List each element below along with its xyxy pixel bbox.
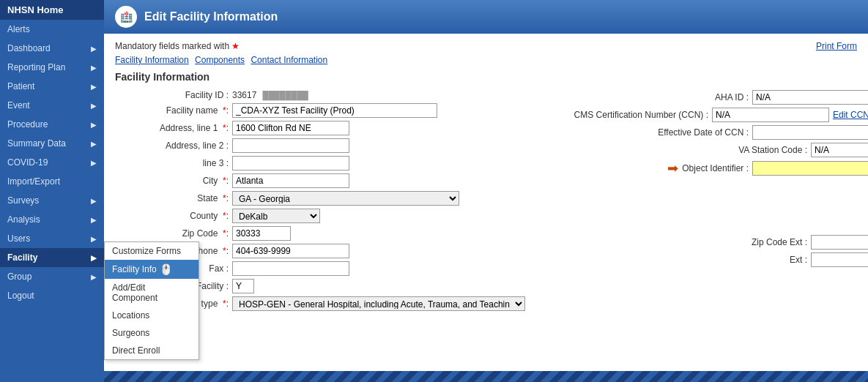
address1-input[interactable]: [232, 121, 349, 135]
state-select[interactable]: GA - Georgia AL - Alabama FL - Florida: [232, 191, 459, 206]
aha-id-label: AHA ID :: [715, 92, 752, 102]
address1-label: Address, line 1 *:: [115, 123, 232, 133]
dropdown-surgeons[interactable]: Surgeons: [105, 324, 199, 342]
ext-label: Ext :: [790, 255, 811, 265]
object-identifier-input[interactable]: [752, 161, 868, 176]
facility-name-label: Facility name *:: [115, 105, 232, 116]
phone-input[interactable]: [232, 244, 349, 258]
wave-bottom: [104, 371, 868, 382]
city-label: City *:: [115, 176, 232, 186]
line3-label: line 3 :: [115, 158, 232, 168]
sidebar-item-import-export[interactable]: Import/Export: [0, 172, 104, 191]
page-header: 🏥 Edit Facility Information: [104, 0, 868, 34]
zip-ext-area: Zip Code Ext : Ext :: [540, 235, 868, 267]
sidebar-item-dashboard[interactable]: Dashboard▶: [0, 39, 104, 58]
state-row: State *: GA - Georgia AL - Alabama FL - …: [115, 191, 525, 206]
sidebar-item-users[interactable]: Users▶: [0, 229, 104, 248]
city-row: City *:: [115, 173, 525, 188]
object-identifier-row: ➡ Object Identifier :: [540, 160, 868, 176]
facility-dropdown-menu: Customize Forms Facility Info 🖱️ Add/Edi…: [104, 241, 199, 360]
facility-id-redacted: ████████: [262, 91, 308, 100]
content-area: Print Form Mandatory fields marked with …: [104, 34, 868, 371]
mandatory-note: Mandatory fields marked with ★: [115, 41, 857, 51]
contact-info-link[interactable]: Contact Information: [251, 55, 327, 65]
dropdown-customize-forms[interactable]: Customize Forms: [105, 242, 199, 260]
form-layout: Facility ID : 33617 ████████ Facility na…: [115, 90, 857, 314]
va-station-row: VA Station Code :: [540, 143, 868, 157]
sidebar-item-surveys[interactable]: Surveys▶: [0, 191, 104, 210]
address2-label: Address, line 2 :: [115, 141, 232, 151]
sidebar-item-patient[interactable]: Patient▶: [0, 77, 104, 96]
cms-label: CMS Certification Number (CCN) :: [574, 110, 712, 120]
print-form-link[interactable]: Print Form: [816, 41, 857, 51]
effective-date-input[interactable]: [752, 125, 868, 140]
address1-row: Address, line 1 *:: [115, 121, 525, 135]
breadcrumb-links: Facility Information Components Contact …: [115, 55, 857, 65]
sidebar-item-logout[interactable]: Logout: [0, 286, 104, 305]
sidebar-item-analysis[interactable]: Analysis▶: [0, 210, 104, 229]
ext-input[interactable]: [811, 252, 868, 267]
address2-row: Address, line 2 :: [115, 138, 525, 153]
zipcode-input[interactable]: [232, 226, 291, 241]
county-select[interactable]: DeKalb Fulton Gwinnett: [232, 209, 320, 223]
right-column: AHA ID : CMS Certification Number (CCN) …: [540, 90, 868, 314]
aha-id-input[interactable]: [752, 90, 868, 105]
facility-id-label: Facility ID :: [115, 90, 232, 100]
zip-ext-label: Zip Code Ext :: [752, 237, 811, 247]
cms-row: CMS Certification Number (CCN) : Edit CC…: [540, 108, 868, 122]
facility-name-input[interactable]: [232, 103, 437, 118]
sidebar-item-event[interactable]: Event▶: [0, 96, 104, 115]
zip-ext-input[interactable]: [811, 235, 868, 250]
components-link[interactable]: Components: [195, 55, 245, 65]
edit-ccn-link[interactable]: Edit CCN: [833, 110, 868, 120]
facility-icon: 🏥: [115, 6, 137, 28]
cms-input[interactable]: [712, 108, 829, 122]
state-label: State *:: [115, 193, 232, 203]
zipcode-row: Zip Code *:: [115, 226, 525, 241]
facility-id-value: 33617: [232, 90, 256, 100]
county-row: County *: DeKalb Fulton Gwinnett: [115, 209, 525, 223]
zip-ext-row: Zip Code Ext :: [540, 235, 868, 250]
facility-name-row: Facility name *:: [115, 103, 525, 118]
sidebar-item-summary-data[interactable]: Summary Data▶: [0, 134, 104, 153]
dropdown-add-edit-component[interactable]: Add/Edit Component: [105, 279, 199, 307]
fax-input[interactable]: [232, 261, 349, 276]
sidebar-item-alerts[interactable]: Alerts: [0, 20, 104, 39]
county-label: County *:: [115, 211, 232, 221]
sidebar: NHSN Home Alerts Dashboard▶ Reporting Pl…: [0, 0, 104, 382]
sidebar-item-group[interactable]: Group▶: [0, 267, 104, 286]
effective-date-label: Effective Date of CCN :: [658, 127, 752, 138]
sidebar-item-covid[interactable]: COVID-19▶: [0, 153, 104, 172]
address2-input[interactable]: [232, 138, 349, 153]
page-title: Edit Facility Information: [144, 10, 278, 23]
line3-input[interactable]: [232, 156, 349, 171]
sidebar-item-reporting-plan[interactable]: Reporting Plan▶: [0, 58, 104, 77]
va-station-input[interactable]: [811, 143, 868, 157]
section-title: Facility Information: [115, 71, 857, 83]
zipcode-label: Zip Code *:: [115, 228, 232, 239]
arrow-indicator: ➡: [667, 160, 678, 176]
city-input[interactable]: [232, 173, 349, 188]
object-identifier-label: ➡ Object Identifier :: [667, 160, 752, 176]
sidebar-item-facility[interactable]: Facility▶: [0, 248, 104, 267]
dropdown-direct-enroll[interactable]: Direct Enroll: [105, 342, 199, 359]
main-content: 🏥 Edit Facility Information Print Form M…: [104, 0, 868, 382]
facility-id-row: Facility ID : 33617 ████████: [115, 90, 525, 100]
dropdown-facility-info[interactable]: Facility Info 🖱️: [105, 260, 199, 279]
facility-type-select[interactable]: HOSP-GEN - General Hospital, including A…: [232, 296, 525, 311]
dropdown-locations[interactable]: Locations: [105, 307, 199, 324]
line3-row: line 3 :: [115, 156, 525, 171]
required-marker: ★: [231, 41, 240, 51]
aha-id-row: AHA ID :: [540, 90, 868, 105]
effective-date-row: Effective Date of CCN :: [540, 125, 868, 140]
sidebar-item-procedure[interactable]: Procedure▶: [0, 115, 104, 134]
va-station-label: VA Station Code :: [738, 145, 811, 155]
facility-info-link[interactable]: Facility Information: [115, 55, 189, 65]
sidebar-header: NHSN Home: [0, 0, 104, 20]
facility-y-input[interactable]: [232, 279, 254, 293]
ext-row: Ext :: [540, 252, 868, 267]
